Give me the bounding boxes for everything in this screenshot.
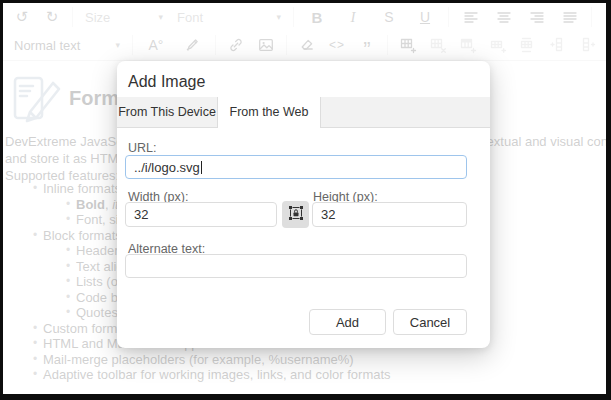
dialog-title: Add Image [128,73,205,91]
url-input[interactable]: ../i/logo.svg [125,155,467,179]
aspect-lock-icon [288,205,304,224]
app-window: ↺ ↻ Size ▾ Font ▾ B I S U [0,0,611,400]
text-caret [201,161,202,174]
cancel-button[interactable]: Cancel [393,309,467,335]
url-label: URL: [128,141,156,155]
url-value: ../i/logo.svg [134,160,200,175]
height-input[interactable] [312,202,467,227]
add-button[interactable]: Add [309,309,386,335]
tab-from-the-web[interactable]: From the Web [217,97,321,128]
keep-aspect-ratio-button[interactable] [282,201,309,228]
alternate-text-input[interactable] [125,254,467,278]
add-image-dialog: Add Image From This Device From the Web … [117,61,490,348]
tab-from-this-device[interactable]: From This Device [117,97,217,127]
dialog-tabs: From This Device From the Web [117,97,490,128]
width-input[interactable] [125,202,277,227]
